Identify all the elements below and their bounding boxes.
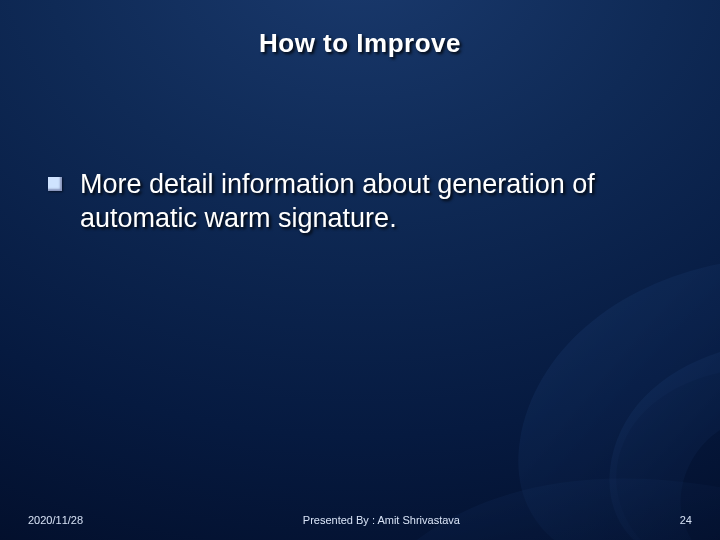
footer-date: 2020/11/28 <box>28 514 83 526</box>
square-bullet-icon <box>48 177 62 191</box>
slide-title: How to Improve <box>0 28 720 59</box>
slide-footer: 2020/11/28 Presented By : Amit Shrivasta… <box>0 514 720 526</box>
bullet-text: More detail information about generation… <box>80 168 680 236</box>
bullet-item: More detail information about generation… <box>48 168 680 236</box>
footer-page-number: 24 <box>680 514 692 526</box>
slide-content: More detail information about generation… <box>48 168 680 236</box>
footer-presenter: Presented By : Amit Shrivastava <box>83 514 680 526</box>
